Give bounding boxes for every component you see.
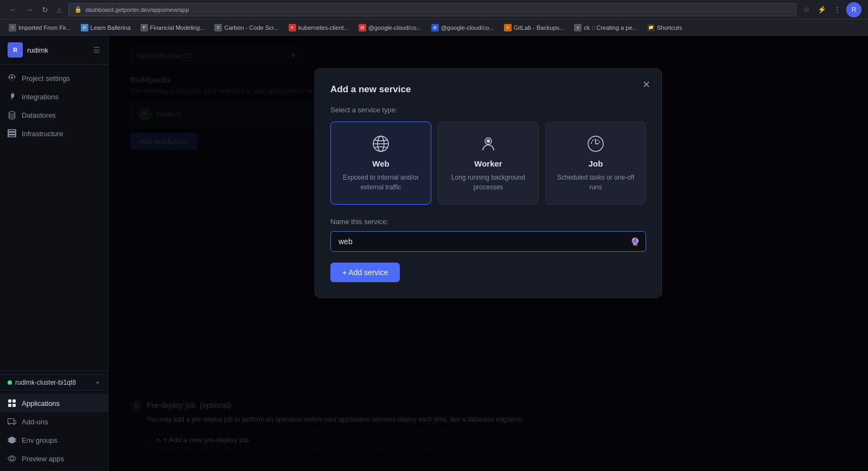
avatar: R [8,42,23,58]
sidebar-item-addons[interactable]: Add-ons [0,412,108,431]
bookmark-label-10: Shortcuts [657,24,682,31]
plug-icon [8,92,16,101]
bookmark-google-cloud-1[interactable]: @ @google-cloud/co... [354,23,426,33]
cluster-name: rudimk-cluster-bi1qt8 [15,379,76,386]
lock-icon: 🔒 [74,6,82,13]
bookmark-financial-modeling[interactable]: F Financial Modeling... [136,23,209,33]
service-type-label: Select a service type: [330,106,646,114]
database-icon [8,111,16,119]
bookmark-label-8: GitLab - Backups... [514,24,565,31]
bookmark-label-4: Carbon - Code Scr... [224,24,278,31]
web-type-desc: Exposed to internal and/or external traf… [340,173,422,192]
username-label: rudimk [27,46,48,54]
profile-avatar[interactable]: R [846,2,861,17]
sidebar-item-integrations[interactable]: Integrations [0,87,108,106]
main-content: heroku/builder:22 ▼ Buildpacks The follo… [108,36,868,471]
bookmark-btn[interactable]: ☆ [801,4,813,16]
back-btn[interactable]: ← [7,4,20,15]
sidebar-divider-1 [0,371,108,371]
bookmark-favicon-8: G [504,24,512,31]
bookmark-favicon-2: B [81,24,88,31]
user-section: R rudimk ☰ [0,36,108,65]
add-service-btn-label: + Add service [342,268,388,277]
bookmark-label-5: kubernetes-client... [298,24,349,31]
bookmark-favicon-6: @ [359,24,366,31]
worker-type-desc: Long running background processes [447,173,529,192]
worker-icon [478,134,498,154]
sidebar-toggle-btn[interactable]: ☰ [93,46,100,54]
extensions-btn[interactable]: ⚡ [816,4,828,16]
infrastructure-label: Infrastructure [22,130,63,138]
eye-icon [8,454,16,463]
forward-btn[interactable]: → [23,4,36,15]
browser-nav-controls[interactable]: ← → ↻ ⌂ [7,4,64,15]
app-layout: R rudimk ☰ Project settings Integr [0,36,868,471]
web-icon [371,134,391,154]
sidebar-item-datastores[interactable]: Datastores [0,106,108,124]
datastores-label: Datastores [22,111,56,119]
url-text: dashboard.getporter.dev/apps/new/app [85,7,189,13]
bookmark-imported-from[interactable]: I Imported From Fir... [4,23,75,33]
preview-apps-label: Preview apps [22,455,64,463]
bookmark-shortcuts[interactable]: 📁 Shortcuts [643,23,686,33]
name-service-label: Name this service: [330,218,646,226]
worker-type-name: Worker [474,159,502,168]
web-type-name: Web [372,159,389,168]
sidebar-navigation: Project settings Integrations Datastores [0,65,108,367]
bookmark-label-6: @google-cloud/co... [368,24,422,31]
chevron-down-icon: ▼ [95,380,100,386]
bookmark-label-1: Imported From Fir... [18,24,71,31]
addons-label: Add-ons [22,418,48,426]
service-type-web[interactable]: Web Exposed to internal and/or external … [330,122,431,205]
cluster-nav: Applications Add-ons Env groups [0,391,108,471]
sidebar-item-env-groups[interactable]: Env groups [0,431,108,449]
menu-btn[interactable]: ⋮ [831,4,843,16]
cluster-status-dot [8,380,12,385]
address-bar[interactable]: 🔒 dashboard.getporter.dev/apps/new/app [68,3,796,16]
job-type-desc: Scheduled tasks or one-off runs [554,173,637,192]
reload-btn[interactable]: ↻ [39,4,51,15]
service-type-worker[interactable]: Worker Long running background processes [438,122,539,205]
browser-action-buttons: ☆ ⚡ ⋮ R [801,2,861,17]
integrations-label: Integrations [22,93,59,101]
bookmark-favicon-4: C [214,24,222,31]
bookmark-label-9: ck :: Creating a pe... [584,24,637,31]
bookmark-favicon-10: 📁 [647,24,655,31]
sidebar: R rudimk ☰ Project settings Integr [0,36,108,471]
service-name-input[interactable] [330,231,646,252]
home-btn[interactable]: ⌂ [54,4,64,15]
bookmark-favicon-5: K [289,24,296,31]
puzzle-icon [8,417,16,426]
bookmark-ck[interactable]: c ck :: Creating a pe... [570,23,641,33]
modal-title: Add a new service [330,84,646,95]
service-type-job[interactable]: Job Scheduled tasks or one-off runs [545,122,646,205]
add-service-button[interactable]: + Add service [330,263,400,282]
bookmark-google-cloud-2[interactable]: @ @google-cloud/co... [427,23,499,33]
bookmark-favicon-9: c [574,24,582,31]
bookmark-kubernetes[interactable]: K kubernetes-client... [284,23,353,33]
browser-chrome: ← → ↻ ⌂ 🔒 dashboard.getporter.dev/apps/n… [0,0,868,20]
applications-label: Applications [22,399,60,408]
sidebar-item-infrastructure[interactable]: Infrastructure [0,124,108,143]
bookmark-gitlab[interactable]: G GitLab - Backups... [500,23,569,33]
bookmark-label-3: Financial Modeling... [150,24,205,31]
job-icon [586,134,605,154]
bookmark-favicon-1: I [9,24,16,31]
cluster-selector[interactable]: rudimk-cluster-bi1qt8 ▼ [0,374,108,391]
grid-icon [8,399,16,408]
sidebar-item-applications[interactable]: Applications [0,394,108,412]
bookmark-favicon-7: @ [431,24,439,31]
modal-close-btn[interactable]: ✕ [640,78,653,92]
sidebar-item-preview-apps[interactable]: Preview apps [0,449,108,468]
bookmarks-bar: I Imported From Fir... B Learn Ballerina… [0,20,868,36]
bookmark-carbon[interactable]: C Carbon - Code Scr... [210,23,283,33]
layers-icon [8,436,16,444]
input-info-icon: 🔮 [630,237,640,246]
project-settings-label: Project settings [22,74,70,82]
env-groups-label: Env groups [22,436,58,444]
sidebar-item-project-settings[interactable]: Project settings [0,69,108,87]
bookmark-label-7: @google-cloud/co... [441,24,494,31]
service-type-options: Web Exposed to internal and/or external … [330,122,646,205]
bookmark-learn-ballerina[interactable]: B Learn Ballerina [76,23,135,33]
name-input-wrapper: 🔮 [330,231,646,252]
